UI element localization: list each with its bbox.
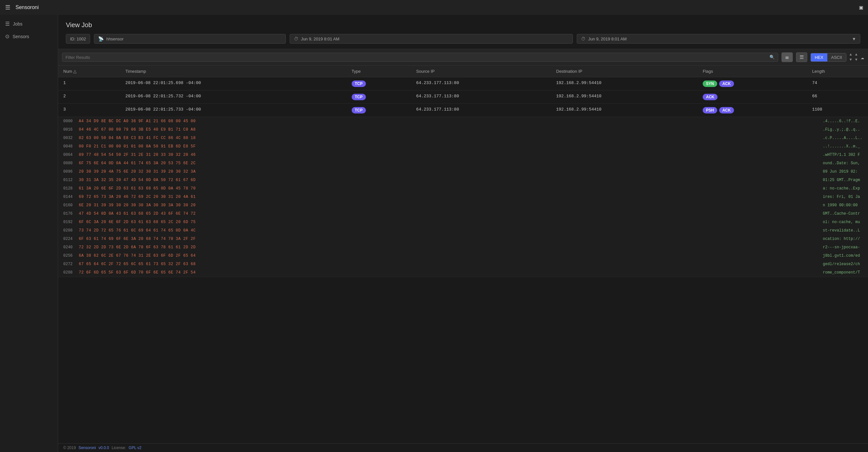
hex-ascii: rome_component/T bbox=[817, 270, 863, 275]
hex-line: 0256 6A 38 62 6C 2E 67 76 74 31 2E 63 6F… bbox=[58, 252, 868, 260]
hex-bytes: 47 4D 54 0D 0A 43 61 63 68 65 2D 43 6F 6… bbox=[79, 211, 817, 216]
brand-link[interactable]: Sensoroni bbox=[79, 446, 96, 450]
job-id-value: ID: 1002 bbox=[70, 36, 86, 41]
col-num[interactable]: Num △ bbox=[58, 66, 120, 77]
cell-flags: PSH ACK bbox=[698, 104, 807, 117]
hex-ascii: GMT..Cache-Contr bbox=[817, 211, 863, 216]
end-time-value: Jun 9, 2019 8:01 AM bbox=[588, 36, 626, 41]
sort-icons[interactable]: ▲ ▼ bbox=[849, 52, 852, 62]
hex-bytes: 6F 75 6E 64 0D 0A 44 61 74 65 3A 20 53 7… bbox=[79, 161, 817, 166]
hex-line: 0096 20 30 39 20 4A 75 6E 20 32 30 31 39… bbox=[58, 168, 868, 176]
sidebar-item-sensors[interactable]: ⊙ Sensors bbox=[0, 30, 58, 43]
hex-bytes: 6F 6C 3A 20 6E 6F 2D 63 61 63 68 65 2C 2… bbox=[79, 220, 817, 224]
sensor-value: hhsensor bbox=[106, 36, 123, 41]
menu-icon[interactable]: ☰ bbox=[5, 4, 10, 11]
hex-bytes: 6E 20 31 39 39 30 20 30 30 3A 30 30 3A 3… bbox=[79, 203, 817, 207]
filter-input-wrap: 🔍 bbox=[62, 53, 778, 62]
hex-ascii: 01:25 GMT..Pragm bbox=[817, 178, 863, 182]
hex-offset: 0160 bbox=[63, 203, 79, 207]
filter-input[interactable] bbox=[66, 55, 767, 60]
hex-offset: 0048 bbox=[63, 144, 79, 149]
hex-bytes: 00 F0 21 C1 00 00 01 01 08 0A 58 91 EB 6… bbox=[79, 144, 817, 149]
cell-type: TCP bbox=[346, 77, 411, 90]
table-row[interactable]: 2 2019-06-08 22:01:25.732 -04:00 TCP 64.… bbox=[58, 90, 868, 104]
hex-offset: 0032 bbox=[63, 136, 79, 140]
hex-ascii: 09 Jun 2019 02: bbox=[817, 169, 863, 174]
hex-line: 0160 6E 20 31 39 39 30 20 30 30 3A 30 30… bbox=[58, 201, 868, 209]
hex-offset: 0288 bbox=[63, 270, 79, 275]
hex-ascii: .4.....6..!f..E. bbox=[817, 119, 863, 123]
cell-source-ip: 64.233.177.113:80 bbox=[411, 77, 551, 90]
hex-dump-cell: 0000 A4 34 D9 8E BC DC A0 36 9F A1 21 66… bbox=[58, 117, 868, 277]
hex-ascii: ..!.......X..m._ bbox=[817, 144, 863, 149]
hex-line: 0128 61 3A 20 6E 6F 2D 63 61 63 68 65 0D… bbox=[58, 184, 868, 193]
col-flags[interactable]: Flags bbox=[698, 66, 807, 77]
ascii-button[interactable]: ASCII bbox=[827, 53, 846, 61]
hex-ascii-toggle: HEX ASCII bbox=[810, 53, 846, 62]
hex-ascii: j8bl.gvt1.com/ed bbox=[817, 253, 863, 258]
col-length[interactable]: Length bbox=[807, 66, 868, 77]
hex-button[interactable]: HEX bbox=[811, 53, 827, 61]
hex-line: 0064 89 77 48 54 54 50 2F 31 2E 31 20 33… bbox=[58, 151, 868, 159]
hex-line: 0208 73 74 2D 72 65 76 61 6C 69 64 61 74… bbox=[58, 226, 868, 235]
hex-line: 0272 67 65 64 6C 2F 72 65 6C 65 61 73 65… bbox=[58, 260, 868, 269]
sidebar-item-label-jobs: Jobs bbox=[13, 21, 23, 27]
hex-offset: 0272 bbox=[63, 262, 79, 266]
compact-view-button[interactable]: ☰ bbox=[796, 52, 807, 62]
hex-dump-row: 0000 A4 34 D9 8E BC DC A0 36 9F A1 21 66… bbox=[58, 117, 868, 277]
cell-num: 1 bbox=[58, 77, 120, 90]
syn-badge: SYN bbox=[703, 81, 717, 87]
sidebar-item-jobs[interactable]: ☰ Jobs bbox=[0, 18, 58, 30]
version-link[interactable]: v0.0.0 bbox=[98, 446, 109, 450]
app-title: Sensoroni bbox=[16, 4, 859, 10]
hex-line: 0240 72 32 2D 2D 73 6E 2D 6A 70 6F 63 78… bbox=[58, 243, 868, 252]
hex-line: 0080 6F 75 6E 64 0D 0A 44 61 74 65 3A 20… bbox=[58, 159, 868, 168]
end-time-field[interactable]: ⏱ Jun 9, 2019 8:01 AM ▼ bbox=[577, 34, 860, 44]
tcp-badge: TCP bbox=[352, 81, 366, 87]
hex-bytes: A4 34 D9 8E BC DC A0 36 9F A1 21 66 08 0… bbox=[79, 119, 817, 123]
jobs-icon: ☰ bbox=[5, 21, 10, 27]
list-view-button[interactable]: ≣ bbox=[781, 52, 793, 62]
sort-icons-2[interactable]: ▲ ▼ bbox=[855, 52, 857, 62]
hex-ascii: st-revalidate..L bbox=[817, 228, 863, 233]
psh-badge: PSH bbox=[703, 107, 717, 113]
cell-type: TCP bbox=[346, 104, 411, 117]
sort-up-icon-2: ▲ bbox=[855, 52, 857, 57]
ack-badge: ACK bbox=[719, 107, 734, 113]
download-icon[interactable]: ☁ bbox=[861, 54, 864, 61]
cell-source-ip: 64.233.177.113:80 bbox=[411, 90, 551, 104]
page-title: View Job bbox=[58, 15, 868, 34]
col-dest-ip[interactable]: Destination IP bbox=[551, 66, 698, 77]
tcp-badge: TCP bbox=[352, 107, 366, 113]
cell-num: 3 bbox=[58, 104, 120, 117]
tcp-badge: TCP bbox=[352, 94, 366, 100]
hex-bytes: 61 3A 20 6E 6F 2D 63 61 63 68 65 0D 0A 4… bbox=[79, 186, 817, 191]
hex-ascii: gedl/release2/ch bbox=[817, 262, 863, 266]
col-timestamp[interactable]: Timestamp bbox=[120, 66, 346, 77]
col-type[interactable]: Type bbox=[346, 66, 411, 77]
start-time-value: Jun 9, 2019 8:01 AM bbox=[301, 36, 339, 41]
hex-offset: 0080 bbox=[63, 161, 79, 166]
table-header-row: Num △ Timestamp Type Source IP Destinati… bbox=[58, 66, 868, 77]
hex-ascii: r2---sn-jpocxaa- bbox=[817, 245, 863, 250]
license-label: License: bbox=[112, 446, 126, 450]
license-link[interactable]: GPL v2 bbox=[128, 446, 142, 450]
hex-offset: 0144 bbox=[63, 195, 79, 199]
col-source-ip[interactable]: Source IP bbox=[411, 66, 551, 77]
hex-ascii: ol: no-cache, mu bbox=[817, 220, 863, 224]
content-area: View Job ID: 1002 📡 hhsensor ⏱ Jun 9, 20… bbox=[58, 15, 868, 452]
table-row[interactable]: 3 2019-06-08 22:01:25.733 -04:00 TCP 64.… bbox=[58, 104, 868, 117]
sidebar-item-label-sensors: Sensors bbox=[12, 34, 29, 39]
hex-bytes: 30 31 3A 32 35 20 47 4D 54 0D 0A 50 72 6… bbox=[79, 178, 817, 182]
hex-bytes: 6F 63 61 74 69 6F 6E 3A 20 68 74 74 70 3… bbox=[79, 237, 817, 241]
hex-offset: 0000 bbox=[63, 119, 79, 123]
end-time-icon: ⏱ bbox=[581, 36, 585, 41]
hex-offset: 0240 bbox=[63, 245, 79, 250]
hex-ascii: .FLg..y.;.@..q.. bbox=[817, 128, 863, 132]
hex-line: 0016 04 46 4C 67 00 00 79 06 3B E5 40 E9… bbox=[58, 125, 868, 134]
hex-line: 0176 47 4D 54 0D 0A 43 61 63 68 65 2D 43… bbox=[58, 209, 868, 218]
cell-timestamp: 2019-06-08 22:01:25.732 -04:00 bbox=[120, 90, 346, 104]
table-row[interactable]: 1 2019-06-08 22:01:25.698 -04:00 TCP 64.… bbox=[58, 77, 868, 90]
hex-offset: 0224 bbox=[63, 237, 79, 241]
start-time-field: ⏱ Jun 9, 2019 8:01 AM bbox=[290, 34, 573, 44]
